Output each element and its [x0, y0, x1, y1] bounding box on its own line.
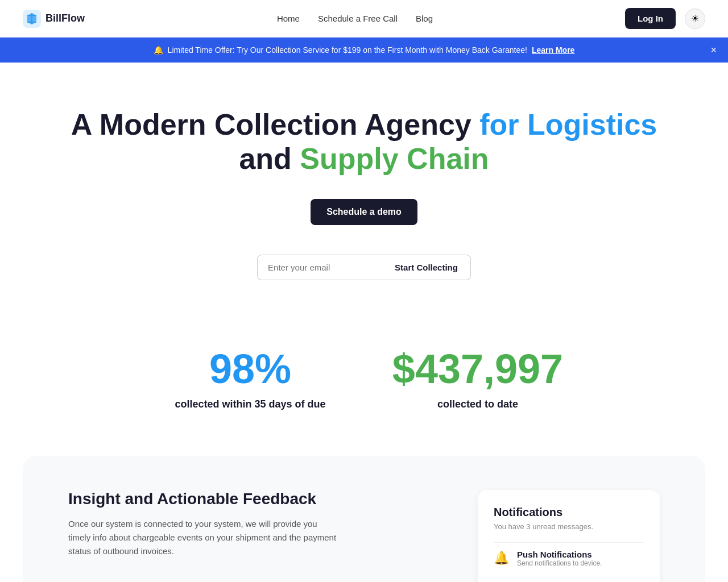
brand-name: BillFlow [46, 13, 85, 24]
logo-icon [23, 10, 41, 28]
hero-heading-blue: for Logistics [479, 108, 657, 141]
notif-label: Push Notifications [517, 550, 602, 559]
hero-heading-part1: A Modern Collection Agency [71, 108, 479, 141]
stat-number-0: 98% [136, 348, 364, 389]
theme-icon: ☀ [691, 13, 699, 24]
lower-section: Insight and Actionable Feedback Once our… [23, 456, 705, 582]
notif-text-block: Push Notifications Send notifications to… [517, 550, 602, 567]
navbar-right: Log In ☀ [625, 8, 705, 29]
stat-label-0: collected within 35 days of due [136, 398, 364, 410]
schedule-demo-button[interactable]: Schedule a demo [311, 199, 417, 225]
schedule-demo-wrapper: Schedule a demo [23, 199, 705, 241]
promo-banner: 🔔 Limited Time Offer: Try Our Collection… [0, 38, 728, 63]
theme-toggle-button[interactable]: ☀ [685, 9, 705, 29]
push-notif-icon: 🔔 [494, 551, 509, 566]
nav-schedule-call[interactable]: Schedule a Free Call [318, 14, 398, 23]
stats-section: 98% collected within 35 days of due $437… [0, 314, 728, 456]
insight-body: Once our system is connected to your sys… [68, 517, 341, 558]
navbar: BillFlow Home Schedule a Free Call Blog … [0, 0, 728, 38]
banner-icon: 🔔 [154, 45, 163, 55]
stat-number-1: $437,997 [364, 348, 592, 389]
nav-home[interactable]: Home [277, 14, 300, 23]
email-input[interactable] [257, 255, 382, 280]
hero-heading: A Modern Collection Agency for Logistics… [23, 108, 705, 176]
logo[interactable]: BillFlow [23, 10, 85, 28]
stat-item-1: $437,997 collected to date [364, 348, 592, 410]
hero-heading-green: Supply Chain [300, 142, 489, 175]
start-collecting-button[interactable]: Start Collecting [382, 255, 471, 280]
lower-content: Insight and Actionable Feedback Once our… [68, 490, 660, 582]
login-button[interactable]: Log In [625, 8, 676, 29]
banner-text: Limited Time Offer: Try Our Collection S… [168, 45, 527, 55]
email-collect-form: Start Collecting [23, 255, 705, 280]
notifications-subtitle: You have 3 unread messages. [494, 522, 644, 531]
nav-links: Home Schedule a Free Call Blog [277, 14, 433, 23]
stat-label-1: collected to date [364, 398, 592, 410]
nav-blog[interactable]: Blog [416, 14, 433, 23]
notif-sublabel: Send notifications to device. [517, 559, 602, 567]
insight-heading: Insight and Actionable Feedback [68, 490, 455, 508]
banner-learn-more[interactable]: Learn More [532, 45, 574, 55]
notif-item-0: 🔔 Push Notifications Send notifications … [494, 542, 644, 574]
hero-section: A Modern Collection Agency for Logistics… [0, 63, 728, 314]
hero-heading-part2: and [239, 142, 300, 175]
notifications-card: Notifications You have 3 unread messages… [478, 490, 660, 582]
banner-close-button[interactable]: × [710, 45, 717, 55]
notifications-heading: Notifications [494, 506, 644, 519]
stat-item-0: 98% collected within 35 days of due [136, 348, 364, 410]
insight-block: Insight and Actionable Feedback Once our… [68, 490, 455, 558]
